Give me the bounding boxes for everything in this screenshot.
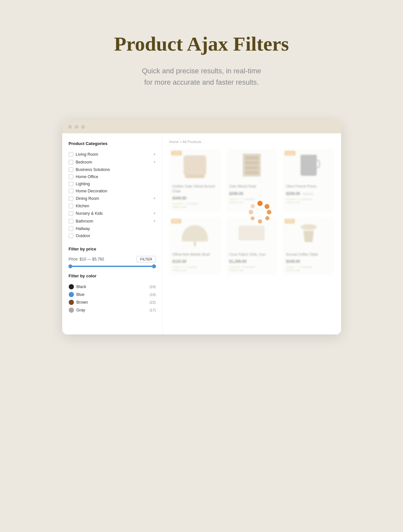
category-checkbox[interactable]	[69, 175, 73, 179]
category-label: Hallway	[76, 226, 90, 231]
product-info: Ancoat Coffee Table $349.00 ★★★☆☆ 3 revi…	[283, 249, 334, 275]
filter-button[interactable]: FILTER	[136, 256, 156, 262]
spinner-dot-4	[265, 216, 269, 220]
product-card[interactable]: SALE Olive French Press $208.00 $280.00 …	[283, 149, 334, 212]
category-checkbox[interactable]	[69, 167, 73, 172]
color-item[interactable]: Brown (22)	[69, 298, 156, 306]
product-info: Cove Fabric Sofa, 3-pc $1,299.00 ★★★★☆ 8…	[226, 249, 278, 275]
rating-count: 1 review	[186, 265, 197, 269]
expand-icon[interactable]: +	[153, 219, 156, 224]
category-label: Living Room	[76, 152, 98, 157]
category-checkbox[interactable]	[69, 182, 73, 186]
expand-icon[interactable]: +	[153, 196, 156, 201]
price-text: Price: $10 — $5,760	[69, 257, 104, 261]
product-img-area	[226, 149, 278, 181]
category-checkbox[interactable]	[69, 219, 73, 224]
product-pricing: $289.00	[229, 190, 274, 196]
product-card[interactable]: NEW Ancoat Coffee Table $349.00 ★★★☆☆ 3 …	[283, 217, 334, 275]
category-item[interactable]: Bedroom +	[69, 158, 156, 166]
slider-thumb-right[interactable]	[152, 264, 156, 268]
color-item[interactable]: Blue (10)	[69, 291, 156, 298]
expand-icon[interactable]: +	[153, 211, 156, 216]
slider-fill	[70, 266, 154, 267]
category-label: Dining Room	[76, 196, 99, 201]
price-filter-title: Filter by price	[69, 247, 156, 251]
product-price: $120.00	[172, 259, 186, 264]
browser-window: Product Categories Living Room + Bedroom…	[62, 120, 341, 334]
slider-thumb-left[interactable]	[68, 264, 72, 268]
rating-count: 4 reviews	[186, 202, 198, 205]
category-item[interactable]: Home Office	[69, 173, 156, 180]
product-card[interactable]: SALE Golden Gate Velvet Accent Chair $44…	[169, 149, 221, 212]
rating-count: 8 reviews	[243, 265, 255, 269]
category-label: Nursery & Kids	[76, 211, 103, 216]
star-icons: ★★★☆☆	[172, 265, 185, 269]
category-item[interactable]: Business Solutions	[69, 166, 156, 173]
loading-spinner	[249, 201, 271, 224]
category-label: Business Solutions	[76, 167, 110, 172]
product-card[interactable]: Cove Fabric Sofa, 3-pc $1,299.00 ★★★★☆ 8…	[226, 217, 278, 275]
category-checkbox[interactable]	[69, 189, 73, 193]
product-rating: ★★★☆☆ 3 reviews	[286, 265, 331, 269]
spinner-dot-6	[251, 216, 255, 220]
add-to-cart-link[interactable]: Add to cart	[229, 269, 274, 272]
product-info: Olive French Press $208.00 $280.00 ★★★★☆…	[283, 181, 334, 207]
color-item-left: Blue	[69, 292, 85, 297]
category-item[interactable]: Nursery & Kids +	[69, 210, 156, 217]
category-item[interactable]: Kitchen	[69, 202, 156, 210]
category-item[interactable]: Bathroom +	[69, 217, 156, 225]
add-to-cart-link[interactable]: Add to cart	[172, 269, 218, 272]
product-info: Offset Arte Marble Bowl $120.00 ★★★☆☆ 1 …	[169, 249, 221, 275]
category-checkbox[interactable]	[69, 234, 73, 238]
category-item-left: Home Decoration	[69, 189, 107, 193]
product-name: Oslo Wood Chair	[229, 184, 274, 188]
product-pricing: $349.00	[286, 258, 331, 264]
category-item-left: Kitchen	[69, 204, 89, 208]
product-rating: ★★★★☆ 6 reviews	[286, 198, 331, 201]
color-dot	[69, 292, 74, 297]
add-to-cart-link[interactable]: Add to cart	[286, 269, 331, 272]
product-price: $289.00	[229, 191, 243, 196]
product-old-price: $280.00	[303, 192, 314, 196]
expand-icon[interactable]: +	[153, 160, 156, 165]
color-label: Black	[77, 284, 87, 289]
category-item[interactable]: Lighting	[69, 180, 156, 187]
product-name: Olive French Press	[286, 184, 331, 188]
product-badge: SALE	[171, 151, 182, 155]
product-image	[239, 226, 265, 240]
spinner	[249, 201, 271, 224]
category-item-left: Hallway	[69, 226, 90, 231]
color-count: (22)	[149, 300, 156, 304]
expand-icon[interactable]: +	[153, 152, 156, 157]
product-name: Golden Gate Velvet Accent Chair	[172, 184, 218, 193]
category-label: Bathroom	[76, 219, 93, 224]
category-checkbox[interactable]	[69, 160, 73, 164]
category-item[interactable]: Home Decoration	[69, 187, 156, 195]
category-item[interactable]: Living Room +	[69, 151, 156, 158]
spinner-dot-7	[249, 210, 253, 214]
product-price: $1,299.00	[229, 259, 246, 264]
category-label: Bedroom	[76, 160, 92, 164]
category-item-left: Bedroom	[69, 160, 92, 164]
price-slider[interactable]	[69, 266, 156, 267]
category-checkbox[interactable]	[69, 196, 73, 201]
category-checkbox[interactable]	[69, 152, 73, 157]
add-to-cart-link[interactable]: Add to cart	[286, 201, 331, 204]
category-label: Home Decoration	[76, 189, 107, 193]
category-checkbox[interactable]	[69, 204, 73, 208]
spinner-dot-5	[258, 219, 262, 224]
category-checkbox[interactable]	[69, 226, 73, 231]
product-card[interactable]: NEW Offset Arte Marble Bowl $120.00 ★★★☆…	[169, 217, 221, 275]
category-item[interactable]: Dining Room +	[69, 195, 156, 202]
product-rating: ★★★☆☆ 2 reviews	[229, 198, 274, 201]
add-to-cart-link[interactable]: Add to cart	[172, 205, 218, 209]
color-dot	[69, 284, 74, 289]
category-item[interactable]: Outdoor	[69, 232, 156, 239]
color-item[interactable]: Gray (17)	[69, 306, 156, 314]
color-dot	[69, 300, 74, 305]
color-label: Blue	[77, 292, 85, 297]
category-checkbox[interactable]	[69, 211, 73, 216]
category-item[interactable]: Hallway	[69, 225, 156, 232]
color-item[interactable]: Black (24)	[69, 283, 156, 291]
product-badge: SALE	[285, 151, 295, 155]
